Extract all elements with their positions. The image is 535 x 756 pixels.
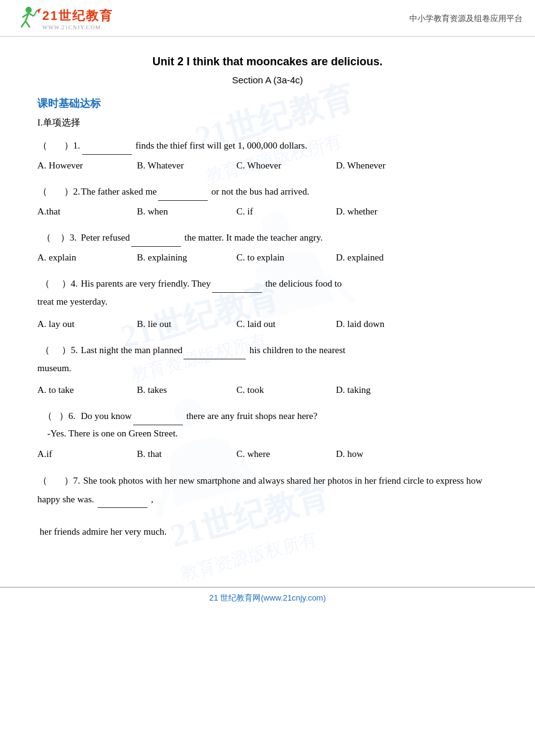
footer-text: 21 世纪教育网(www.21cnjy.com) <box>209 593 326 602</box>
svg-line-18 <box>34 10 37 16</box>
q5-opt-c: C. took <box>236 380 336 399</box>
q7-spacer <box>37 508 498 523</box>
q5-continuation: museum. <box>37 359 498 377</box>
question-2: （ ）2. The father asked me or not the bus… <box>37 183 498 221</box>
q4-opt-d: D. laid down <box>336 315 435 333</box>
q4-rest: the delicious food to <box>263 275 342 292</box>
q3-opt-c: C. to explain <box>236 248 336 267</box>
q6-bracket: （ ）6. <box>37 408 81 425</box>
q2-blank <box>158 183 208 201</box>
q3-opt-a: A. explain <box>37 248 137 267</box>
q3-options: A. explain B. explaining C. to explain D… <box>37 248 498 267</box>
q2-opt-b: B. when <box>137 202 236 221</box>
q3-blank <box>131 229 181 247</box>
page-footer: 21 世纪教育网(www.21cnjy.com) <box>0 587 535 607</box>
q6-rest: there are any fruit shops near here? <box>184 408 317 425</box>
svg-line-17 <box>29 13 34 16</box>
logo-title: 21世纪教育 <box>42 7 113 24</box>
q6-prefix: Do you know <box>81 408 132 425</box>
q1-opt-b: B. Whatever <box>137 156 236 175</box>
question-7: （ ）7. She took photos with her new smart… <box>37 472 498 541</box>
logo-text: 21世纪教育 WWW.21CNJY.COM <box>42 7 113 30</box>
q2-opt-a: A.that <box>37 202 137 221</box>
q3-bracket: （ ）3. <box>37 229 81 246</box>
q7-bracket: （ ）7. <box>37 472 81 490</box>
svg-line-14 <box>21 21 26 27</box>
q1-rest: finds the thief first will get 1, 000,00… <box>133 137 307 154</box>
question-4-text: （ ）4. His parents are very friendly. The… <box>37 275 498 293</box>
section-label: I.单项选择 <box>37 117 498 129</box>
question-1: （ ）1. finds the thief first will get 1, … <box>37 137 498 175</box>
main-title: Unit 2 I think that mooncakes are delici… <box>37 55 498 68</box>
q5-opt-a: A. to take <box>37 380 137 399</box>
question-7-text: （ ）7. She took photos with her new smart… <box>37 472 498 508</box>
header-right-text: 中小学教育资源及组卷应用平台 <box>409 13 523 24</box>
q6-options: A.if B. that C. where D. how <box>37 445 498 463</box>
q2-options: A.that B. when C. if D. whether <box>37 202 498 221</box>
q5-bracket: （ ）5. <box>37 342 81 359</box>
q4-prefix: His parents are very friendly. They <box>81 275 211 292</box>
q1-options: A. However B. Whatever C. Whoever D. Whe… <box>37 156 498 175</box>
svg-point-12 <box>26 7 32 13</box>
logo-sub: WWW.21CNJY.COM <box>42 24 101 30</box>
q2-rest: or not the bus had arrived. <box>209 183 309 200</box>
q7-continuation: her friends admire her very much. <box>37 523 498 541</box>
svg-line-15 <box>26 21 30 27</box>
question-4: （ ）4. His parents are very friendly. The… <box>37 275 498 333</box>
q5-opt-d: D. taking <box>336 380 435 399</box>
question-5-text: （ ）5. Last night the man planned his chi… <box>37 342 498 359</box>
main-content: Unit 2 I think that mooncakes are delici… <box>0 37 535 574</box>
q3-opt-b: B. explaining <box>137 248 236 267</box>
question-2-text: （ ）2. The father asked me or not the bus… <box>37 183 498 201</box>
q2-opt-d: D. whether <box>336 202 435 221</box>
q3-rest: the matter. It made the teacher angry. <box>182 229 323 246</box>
q1-bracket: （ ）1. <box>37 137 81 154</box>
question-1-text: （ ）1. finds the thief first will get 1, … <box>37 137 498 155</box>
q4-opt-a: A. lay out <box>37 315 137 333</box>
question-3: （ ）3. Peter refused the matter. It made … <box>37 229 498 267</box>
q2-bracket: （ ）2. <box>37 183 81 200</box>
q4-continuation: treat me yesterday. <box>37 293 498 311</box>
q6-opt-d: D. how <box>336 445 435 463</box>
q5-options: A. to take B. takes C. took D. taking <box>37 380 498 399</box>
section-heading: 课时基础达标 <box>37 96 498 111</box>
q6-opt-b: B. that <box>137 445 236 463</box>
logo-icon <box>10 5 42 32</box>
q6-opt-c: C. where <box>236 445 336 463</box>
logo-area: 21世纪教育 WWW.21CNJY.COM <box>10 5 113 32</box>
q5-opt-b: B. takes <box>137 380 236 399</box>
q5-rest: his children to the nearest <box>247 342 345 359</box>
svg-marker-19 <box>37 8 41 14</box>
q6-answer: -Yes. There is one on Green Street. <box>47 425 498 442</box>
q2-opt-c: C. if <box>236 202 336 221</box>
q3-opt-d: D. explained <box>336 248 435 267</box>
sub-title: Section A (3a-4c) <box>37 75 498 85</box>
q5-blank <box>184 342 246 359</box>
question-5: （ ）5. Last night the man planned his chi… <box>37 342 498 400</box>
question-6: （ ）6. Do you know there are any fruit sh… <box>37 408 498 463</box>
question-6-text: （ ）6. Do you know there are any fruit sh… <box>37 408 498 425</box>
q1-opt-a: A. However <box>37 156 137 175</box>
q2-prefix: The father asked me <box>81 183 157 200</box>
q5-prefix: Last night the man planned <box>81 342 182 359</box>
page-header: 21世纪教育 WWW.21CNJY.COM 中小学教育资源及组卷应用平台 <box>0 0 535 37</box>
q6-blank <box>133 408 183 425</box>
q4-bracket: （ ）4. <box>37 275 81 292</box>
q4-opt-b: B. lie out <box>137 315 236 333</box>
q1-opt-c: C. Whoever <box>236 156 336 175</box>
q1-blank <box>82 137 132 155</box>
q4-opt-c: C. laid out <box>236 315 336 333</box>
q4-blank <box>212 275 262 293</box>
q7-blank <box>98 490 147 509</box>
question-3-text: （ ）3. Peter refused the matter. It made … <box>37 229 498 247</box>
q7-comma: , <box>151 494 154 504</box>
q1-opt-d: D. Whenever <box>336 156 435 175</box>
q6-opt-a: A.if <box>37 445 137 463</box>
q4-options: A. lay out B. lie out C. laid out D. lai… <box>37 315 498 333</box>
q3-prefix: Peter refused <box>81 229 130 246</box>
